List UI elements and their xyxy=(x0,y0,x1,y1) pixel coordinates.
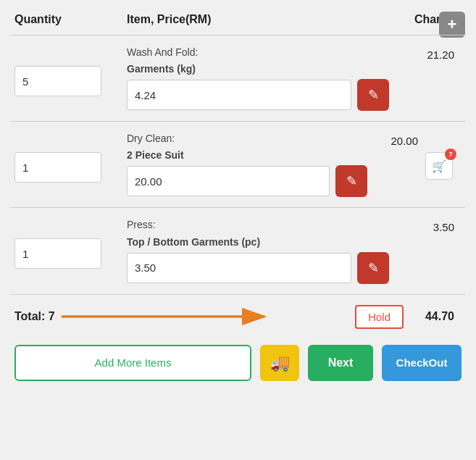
cart-side-button-2[interactable]: 🛒 7 xyxy=(425,152,453,180)
pencil-icon-2 xyxy=(346,173,357,189)
main-container: Quantity Item, Price(RM) Charge + Wash A… xyxy=(0,0,476,394)
quantity-input-2[interactable] xyxy=(14,152,101,183)
header-quantity: Quantity xyxy=(14,13,127,26)
item-section-2: Dry Clean: 2 Piece Suit xyxy=(127,132,367,197)
price-row-3 xyxy=(127,252,404,284)
price-input-1[interactable] xyxy=(127,80,351,110)
item-row-2: Dry Clean: 2 Piece Suit 20.00 🛒 7 xyxy=(11,121,465,207)
edit-button-1[interactable] xyxy=(357,79,389,111)
truck-button[interactable]: 🚚 xyxy=(260,345,299,381)
item-name-3: Top / Bottom Garments (pc) xyxy=(127,236,404,248)
hold-button[interactable]: Hold xyxy=(355,305,404,329)
total-amount: 44.70 xyxy=(404,310,462,323)
header-row: Quantity Item, Price(RM) Charge + xyxy=(11,7,465,35)
cart-badge-2: 7 xyxy=(445,149,456,160)
pencil-icon-1 xyxy=(368,87,379,103)
next-button[interactable]: Next xyxy=(308,345,373,381)
checkout-button[interactable]: CheckOut xyxy=(382,345,462,381)
item-category-3: Press: xyxy=(127,218,404,231)
charge-3: 3.50 xyxy=(404,218,462,233)
item-section-1: Wash And Fold: Garments (kg) xyxy=(127,46,404,111)
bottom-row: Add More Items 🚚 Next CheckOut xyxy=(11,339,465,387)
quantity-section-2 xyxy=(14,132,127,183)
pencil-icon-3 xyxy=(368,260,379,276)
item-row-3: Press: Top / Bottom Garments (pc) 3.50 xyxy=(11,207,465,293)
price-row-1 xyxy=(127,79,404,111)
add-item-button[interactable]: + xyxy=(439,12,465,38)
header-item-price: Item, Price(RM) xyxy=(127,13,404,26)
total-row: Total: 7 Hold 44.70 xyxy=(11,294,465,339)
add-more-button[interactable]: Add More Items xyxy=(14,345,251,381)
item-section-3: Press: Top / Bottom Garments (pc) xyxy=(127,218,404,283)
quantity-input-1[interactable] xyxy=(14,66,101,96)
item-name-2: 2 Piece Suit xyxy=(127,149,367,161)
price-input-3[interactable] xyxy=(127,253,351,283)
charge-2: 20.00 xyxy=(367,132,425,147)
item-row-1: Wash And Fold: Garments (kg) 21.20 xyxy=(11,35,465,121)
total-label: Total: 7 xyxy=(14,310,355,323)
quantity-input-3[interactable] xyxy=(14,238,101,269)
item-category-1: Wash And Fold: xyxy=(127,46,404,59)
quantity-section-3 xyxy=(14,218,127,269)
price-input-2[interactable] xyxy=(127,166,330,196)
edit-button-3[interactable] xyxy=(357,252,389,284)
charge-1: 21.20 xyxy=(404,46,462,61)
quantity-section-1 xyxy=(14,46,127,96)
price-row-2 xyxy=(127,165,367,197)
edit-button-2[interactable] xyxy=(335,165,367,197)
truck-icon: 🚚 xyxy=(270,354,290,372)
side-btn-section-2: 🛒 7 xyxy=(425,132,462,180)
item-name-1: Garments (kg) xyxy=(127,63,404,75)
item-category-2: Dry Clean: xyxy=(127,132,367,145)
